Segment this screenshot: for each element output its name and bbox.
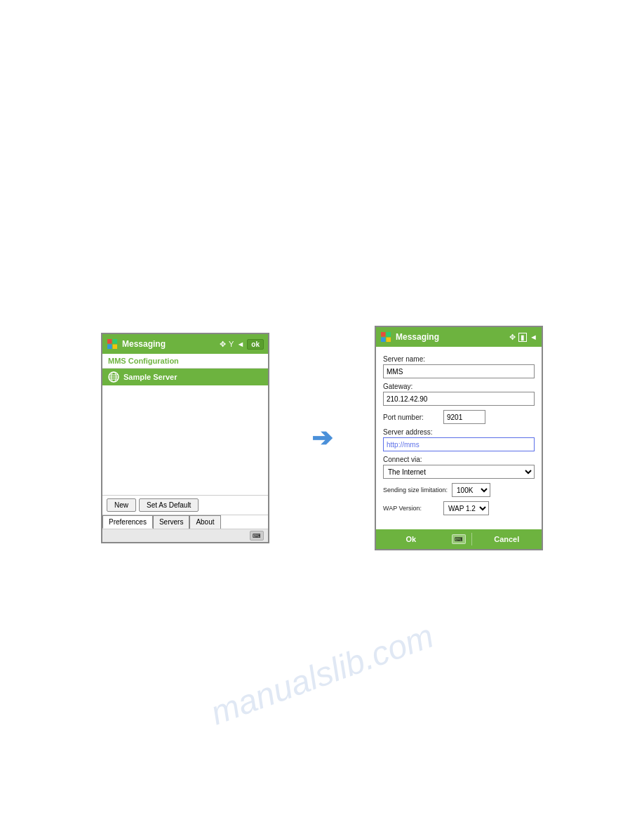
signal-icon-2: ✥ — [509, 333, 516, 342]
set-as-default-button[interactable]: Set As Default — [139, 498, 199, 512]
server-address-input[interactable] — [383, 437, 535, 451]
speaker-icon: ◄ — [236, 340, 244, 348]
title-bar-icons: ✥ Y ◄ ok — [220, 339, 264, 350]
network-icon: Y — [229, 340, 234, 348]
svg-rect-12 — [387, 338, 391, 343]
title-bar-2: Messaging ✥ ▮ ◄ — [376, 327, 542, 347]
connect-via-label: Connect via: — [383, 456, 535, 463]
server-name-label: Server name: — [383, 355, 535, 363]
title-bar-1: Messaging ✥ Y ◄ ok — [102, 334, 268, 354]
bottom-buttons-bar: New Set As Default — [102, 495, 268, 515]
svg-rect-10 — [387, 332, 391, 337]
navigation-arrow: ➔ — [311, 423, 333, 453]
port-row: Port number: — [383, 410, 535, 424]
sample-server-label: Sample Server — [123, 373, 177, 381]
title-bar-icons-2: ✥ ▮ ◄ — [509, 333, 537, 342]
windows-mobile-logo-2 — [380, 331, 391, 343]
gateway-label: Gateway: — [383, 383, 535, 390]
wap-version-label: WAP Version: — [383, 505, 439, 512]
mms-config-subheader: MMS Configuration — [102, 354, 268, 369]
new-button[interactable]: New — [107, 498, 136, 512]
ok-bottom-button[interactable]: Ok — [376, 532, 446, 546]
svg-rect-1 — [113, 339, 118, 344]
battery-icon: ▮ — [518, 333, 527, 342]
speaker-icon-2: ◄ — [530, 333, 537, 341]
tab-preferences[interactable]: Preferences — [102, 515, 153, 529]
tabs-bar: Preferences Servers About — [102, 515, 268, 529]
tab-about[interactable]: About — [189, 515, 220, 529]
keyboard-icon-2[interactable]: ⌨ — [452, 534, 466, 544]
tab-servers[interactable]: Servers — [153, 515, 189, 529]
globe-icon — [108, 371, 119, 383]
connect-via-select[interactable]: The Internet — [383, 465, 535, 479]
bottom-action-bar: Ok ⌨ Cancel — [376, 529, 542, 549]
windows-mobile-logo — [107, 338, 118, 350]
cancel-bottom-button[interactable]: Cancel — [472, 532, 542, 546]
svg-rect-9 — [381, 332, 386, 337]
sending-size-row: Sending size limitation: 100K — [383, 483, 535, 497]
screen2-title: Messaging — [396, 332, 505, 342]
svg-rect-3 — [113, 345, 118, 350]
keyboard-bar-1: ⌨ — [102, 529, 268, 542]
server-name-input[interactable] — [383, 364, 535, 378]
wap-version-select[interactable]: WAP 1.2 — [443, 501, 489, 515]
server-address-label: Server address: — [383, 428, 535, 436]
sending-size-label: Sending size limitation: — [383, 486, 448, 494]
form-container: Server name: Gateway: Port number: Serve… — [376, 347, 542, 529]
sending-size-select[interactable]: 100K — [452, 483, 490, 497]
screen1-title: Messaging — [122, 339, 215, 349]
keyboard-icon-1[interactable]: ⌨ — [250, 531, 264, 541]
ok-button[interactable]: ok — [247, 339, 264, 350]
wap-version-row: WAP Version: WAP 1.2 — [383, 501, 535, 515]
svg-rect-2 — [107, 345, 112, 350]
svg-rect-11 — [381, 338, 386, 343]
port-input[interactable] — [443, 410, 485, 424]
keyboard-bar-2: ⌨ — [446, 534, 471, 544]
port-label: Port number: — [383, 413, 439, 421]
sample-server-item[interactable]: Sample Server — [102, 369, 268, 385]
signal-icon: ✥ — [220, 340, 226, 349]
svg-rect-0 — [107, 339, 112, 344]
content-area — [102, 385, 268, 495]
gateway-input[interactable] — [383, 392, 535, 406]
